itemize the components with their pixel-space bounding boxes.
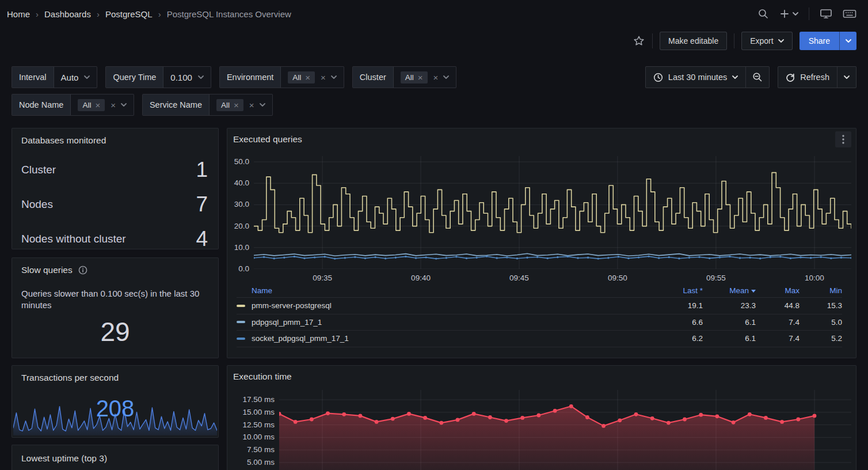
legend-row-pmm-server-postgresql[interactable]: pmm-server-postgresql 19.1 23.3 44.8 15.… xyxy=(237,298,842,314)
remove-icon[interactable]: × xyxy=(234,101,239,109)
favorite-star-icon[interactable] xyxy=(633,35,645,47)
filter-node-name-value[interactable]: All× × xyxy=(71,94,134,115)
breadcrumb-home[interactable]: Home xyxy=(7,9,30,19)
series-name[interactable]: pdpgsql_pmm_17_1 xyxy=(252,318,651,327)
breadcrumb-dashboards[interactable]: Dashboards xyxy=(44,9,91,19)
time-range-button[interactable]: Last 30 minutes xyxy=(646,67,745,88)
panel-title[interactable]: Lowest uptime (top 3) xyxy=(21,453,209,464)
refresh-interval-button[interactable] xyxy=(837,67,856,88)
tps-value: 208 xyxy=(12,396,218,422)
panel-title[interactable]: Execution time xyxy=(233,372,292,381)
panel-slow-queries: Slow queries Queries slower than 0.100 s… xyxy=(12,257,219,358)
series-color-swatch xyxy=(237,338,245,340)
filter-service-name: Service Name All× × xyxy=(142,94,273,116)
filter-service-name-label: Service Name xyxy=(143,94,210,115)
legend-table: Name Last * Mean Max Min pmm-server-post… xyxy=(237,284,842,347)
filter-cluster-value[interactable]: All× × xyxy=(394,67,456,88)
info-icon[interactable] xyxy=(78,266,87,275)
plus-icon xyxy=(779,9,790,19)
filter-environment-label: Environment xyxy=(220,67,281,88)
filter-cluster-label: Cluster xyxy=(353,67,394,88)
remove-icon[interactable]: × xyxy=(95,101,100,109)
chevron-down-icon xyxy=(84,75,90,79)
legend-row-socket-pdpgsql-pmm-17-1[interactable]: socket_pdpgsql_pmm_17_1 6.2 6.1 7.4 5.2 xyxy=(237,331,842,347)
panel-title[interactable]: Slow queries xyxy=(21,265,73,275)
share-options-button[interactable] xyxy=(839,32,856,50)
legend-column-last[interactable]: Last * xyxy=(651,286,703,295)
keyboard-icon[interactable] xyxy=(843,9,856,19)
series-name[interactable]: pmm-server-postgresql xyxy=(252,301,651,310)
filter-node-name-chip[interactable]: All× xyxy=(78,99,105,111)
filter-query-time-value[interactable]: 0.100 xyxy=(163,67,211,88)
filter-environment-value[interactable]: All× × xyxy=(281,67,344,88)
search-icon[interactable] xyxy=(757,8,769,20)
remove-icon[interactable]: × xyxy=(418,73,423,82)
dashboard-filters: Interval Auto Query Time 0.100 Environme… xyxy=(12,66,856,116)
chevron-down-icon xyxy=(260,103,265,107)
divider xyxy=(734,33,734,48)
panel-menu-icon[interactable] xyxy=(835,131,851,147)
zoom-out-button[interactable] xyxy=(745,67,769,88)
breadcrumb-postgresql[interactable]: PostgreSQL xyxy=(105,9,153,19)
y-axis-label: 40.0 xyxy=(234,179,249,187)
series-mean: 6.1 xyxy=(703,318,756,327)
clear-icon[interactable]: × xyxy=(433,73,439,82)
series-min: 5.2 xyxy=(800,334,842,343)
legend-row-pdpgsql-pmm-17-1[interactable]: pdpgsql_pmm_17_1 6.6 6.1 7.4 5.0 xyxy=(237,314,842,331)
filter-environment-chip[interactable]: All× xyxy=(288,71,315,84)
stat-row-cluster: Cluster 1 xyxy=(21,156,208,184)
filter-cluster-chip[interactable]: All× xyxy=(401,71,428,84)
clock-icon xyxy=(653,73,663,82)
breadcrumb-separator: › xyxy=(158,9,161,19)
execution-time-chart[interactable] xyxy=(279,390,851,470)
series-min: 5.0 xyxy=(800,318,842,327)
stat-label: Cluster xyxy=(21,164,56,176)
filter-node-name: Node Name All× × xyxy=(12,94,134,116)
y-axis-label: 10.0 xyxy=(234,243,249,252)
chevron-down-icon xyxy=(844,75,850,79)
series-last: 19.1 xyxy=(651,301,703,310)
refresh-button[interactable]: Refresh xyxy=(778,67,837,88)
clear-icon[interactable]: × xyxy=(111,101,116,109)
y-axis: 50.040.030.020.010.00.0 xyxy=(227,156,249,269)
monitor-icon[interactable] xyxy=(820,8,832,20)
remove-icon[interactable]: × xyxy=(305,73,310,82)
panel-title[interactable]: Transactions per second xyxy=(21,373,209,383)
filter-interval-value[interactable]: Auto xyxy=(54,67,97,88)
dashboard-toolbar: Make editable Export Share xyxy=(0,28,868,54)
y-axis-label: 5.00 ms xyxy=(247,458,275,467)
y-axis-label: 10.00 ms xyxy=(242,433,275,441)
share-button[interactable]: Share xyxy=(800,32,839,50)
clear-icon[interactable]: × xyxy=(249,101,254,109)
zoom-out-icon xyxy=(752,72,763,82)
legend-column-mean[interactable]: Mean xyxy=(703,286,756,295)
legend-column-max[interactable]: Max xyxy=(756,286,800,295)
time-range-label: Last 30 minutes xyxy=(668,73,727,82)
add-new-button[interactable] xyxy=(779,9,798,19)
time-range-picker: Last 30 minutes xyxy=(645,66,770,88)
chip-label: All xyxy=(405,73,414,82)
chevron-down-icon xyxy=(443,75,449,79)
executed-queries-chart[interactable] xyxy=(254,156,851,269)
filter-service-name-chip[interactable]: All× xyxy=(216,99,243,111)
chevron-down-icon xyxy=(778,39,784,43)
filter-service-name-value[interactable]: All× × xyxy=(210,94,272,115)
x-axis-label: 09:35 xyxy=(313,274,332,282)
clear-icon[interactable]: × xyxy=(321,73,326,82)
y-axis-label: 7.50 ms xyxy=(247,445,275,454)
series-max: 44.8 xyxy=(756,301,800,310)
chevron-down-icon xyxy=(732,75,738,79)
divider xyxy=(652,33,653,48)
chevron-down-icon xyxy=(198,75,204,79)
legend-column-name[interactable]: Name xyxy=(252,286,651,295)
panel-title[interactable]: Databases monitored xyxy=(21,135,209,146)
chevron-down-icon xyxy=(846,39,851,43)
export-button[interactable]: Export xyxy=(741,32,792,50)
x-axis-label: 09:40 xyxy=(411,274,431,282)
series-name[interactable]: socket_pdpgsql_pmm_17_1 xyxy=(252,334,651,343)
make-editable-button[interactable]: Make editable xyxy=(660,32,727,50)
legend-column-min[interactable]: Min xyxy=(800,286,842,295)
breadcrumb-separator: › xyxy=(36,9,39,19)
panel-title[interactable]: Executed queries xyxy=(233,134,302,144)
x-axis-label: 09:50 xyxy=(608,274,627,282)
